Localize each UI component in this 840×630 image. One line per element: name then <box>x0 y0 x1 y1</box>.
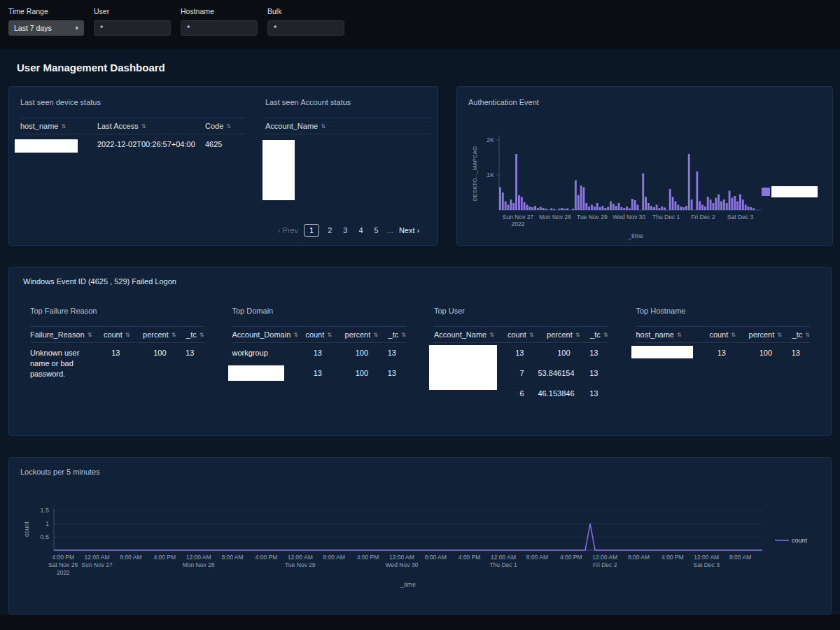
svg-text:8:00 AM: 8:00 AM <box>323 554 345 561</box>
hostname-input[interactable] <box>181 20 258 36</box>
column-label: percent <box>547 330 573 339</box>
column-header-percent[interactable]: percent⇅ <box>336 327 378 342</box>
page-button-5[interactable]: 5 <box>372 225 382 236</box>
svg-text:Wed Nov 30: Wed Nov 30 <box>386 561 419 568</box>
column-header-account-name[interactable]: Account_Name⇅ <box>434 327 500 342</box>
table-title: Top Failure Reason <box>30 307 204 315</box>
svg-text:Sat Dec 3: Sat Dec 3 <box>727 214 754 220</box>
count-cell: 6 <box>505 384 534 404</box>
svg-text:count: count <box>792 537 808 544</box>
prev-page-button[interactable]: ‹ Prev <box>278 226 298 234</box>
svg-text:Fri Dec 2: Fri Dec 2 <box>593 561 617 568</box>
column-header-count[interactable]: count⇅ <box>706 327 736 342</box>
next-page-button[interactable]: Next › <box>399 226 419 234</box>
column-header-code[interactable]: Code ⇅ <box>205 118 244 134</box>
tc-cell: 13 <box>584 384 608 404</box>
sort-icon: ⇅ <box>172 332 176 338</box>
svg-text:2022: 2022 <box>512 220 525 227</box>
svg-text:12:00 AM: 12:00 AM <box>592 554 617 561</box>
column-header-count[interactable]: count⇅ <box>505 327 534 342</box>
user-input[interactable] <box>94 20 171 36</box>
column-header-count[interactable]: count⇅ <box>101 327 130 342</box>
svg-text:1: 1 <box>46 520 49 527</box>
svg-text:Sun Nov 27: Sun Nov 27 <box>81 561 113 568</box>
svg-text:Thu Dec 1: Thu Dec 1 <box>652 214 680 220</box>
svg-text:Wed Nov 30: Wed Nov 30 <box>612 214 645 220</box>
sort-icon: ⇅ <box>327 332 332 338</box>
column-label: Code <box>205 122 223 130</box>
column-header-tc[interactable]: _tc⇅ <box>786 327 810 342</box>
column-label: percent <box>143 330 169 339</box>
column-header-tc[interactable]: _tc⇅ <box>382 327 406 342</box>
svg-text:4:00 PM: 4:00 PM <box>255 554 278 561</box>
table-title: Top Hostname <box>636 307 811 315</box>
percent-cell: 100 <box>336 343 378 363</box>
tc-cell: 13 <box>181 343 204 384</box>
last-access-cell: 2022-12-02T00:26:57+04:00 <box>97 134 201 158</box>
svg-text:12:00 AM: 12:00 AM <box>288 554 313 561</box>
user-label: User <box>94 7 171 15</box>
svg-text:Sun Nov 27: Sun Nov 27 <box>503 214 534 220</box>
sort-icon: ⇅ <box>575 332 580 338</box>
column-header-account-domain[interactable]: Account_Domain⇅ <box>232 327 299 342</box>
authentication-event-panel: Authentication Event 1K2KSun Nov 272022M… <box>456 86 833 246</box>
svg-text:4:00 PM: 4:00 PM <box>153 554 176 561</box>
column-header-host-name[interactable]: host_name ⇅ <box>20 118 93 134</box>
bulk-input[interactable] <box>267 20 344 36</box>
svg-text:0.5: 0.5 <box>40 533 49 540</box>
count-cell: 13 <box>706 343 736 363</box>
column-header-host-name[interactable]: host_name⇅ <box>636 327 703 342</box>
svg-text:2K: 2K <box>486 136 494 144</box>
svg-text:Fri Dec 2: Fri Dec 2 <box>691 214 715 220</box>
sort-icon: ⇅ <box>321 123 326 130</box>
bulk-filter: Bulk <box>267 7 344 49</box>
time-range-dropdown[interactable]: Last 7 days ▾ <box>8 20 84 36</box>
sort-icon: ⇅ <box>293 332 298 338</box>
account-domain-cell <box>232 363 299 384</box>
table-title: Top Domain <box>232 307 407 315</box>
svg-text:4:00 PM: 4:00 PM <box>357 554 379 561</box>
column-header-percent[interactable]: percent⇅ <box>538 327 580 342</box>
column-label: count <box>104 330 122 339</box>
sort-icon: ⇅ <box>200 332 204 338</box>
bottom-bar <box>0 615 840 630</box>
filter-bar: Time Range Last 7 days ▾ User Hostname B… <box>0 0 840 49</box>
column-header-failure-reason[interactable]: Failure_Reason⇅ <box>30 327 97 342</box>
svg-text:12:00 AM: 12:00 AM <box>85 554 110 561</box>
svg-text:8:00 AM: 8:00 AM <box>425 554 447 561</box>
column-header-percent[interactable]: percent⇅ <box>134 327 176 342</box>
svg-text:1K: 1K <box>486 172 494 178</box>
page-button-1[interactable]: 1 <box>304 224 319 237</box>
svg-text:2022: 2022 <box>57 569 70 576</box>
percent-cell: 100 <box>538 343 580 363</box>
account-domain-cell: workgroup <box>232 343 299 363</box>
redacted-value <box>262 140 295 200</box>
redacted-value <box>631 346 693 358</box>
hostname-label: Hostname <box>181 7 258 15</box>
page-button-2[interactable]: 2 <box>325 225 335 236</box>
column-header-last-access[interactable]: Last Access ⇅ <box>97 118 201 134</box>
lockouts-title: Lockouts per 5 minutes <box>20 468 820 476</box>
column-label: Account_Name <box>265 122 318 130</box>
time-range-filter: Time Range Last 7 days ▾ <box>8 7 84 49</box>
failure-reason-cell: Unknown user name or bad password. <box>30 343 97 384</box>
column-header-count[interactable]: count⇅ <box>302 327 332 342</box>
top-hostname-table: Top Hostname host_name⇅ count⇅ percent⇅ … <box>636 307 811 404</box>
sort-icon: ⇅ <box>61 123 66 130</box>
svg-text:count: count <box>23 521 30 537</box>
top-failure-reason-table: Top Failure Reason Failure_Reason⇅ count… <box>30 307 204 404</box>
host-name-cell <box>636 343 703 363</box>
page-button-4[interactable]: 4 <box>356 225 365 236</box>
svg-text:1.5: 1.5 <box>40 507 49 514</box>
column-label: host_name <box>636 330 674 339</box>
table-row: 2022-12-02T00:26:57+04:00 4625 <box>20 134 244 158</box>
column-header-account-name[interactable]: Account_Name ⇅ <box>265 118 432 134</box>
column-header-tc[interactable]: _tc⇅ <box>181 327 204 342</box>
column-header-percent[interactable]: percent⇅ <box>740 327 782 342</box>
svg-text:12:00 AM: 12:00 AM <box>389 554 414 561</box>
percent-cell: 53.846154 <box>538 363 580 384</box>
device-status-header: host_name ⇅ Last Access ⇅ Code ⇅ <box>20 118 244 134</box>
page-button-3[interactable]: 3 <box>340 225 350 236</box>
account-status-section: Last seen Account status Account_Name ⇅ … <box>265 98 432 237</box>
column-header-tc[interactable]: _tc⇅ <box>584 327 608 342</box>
